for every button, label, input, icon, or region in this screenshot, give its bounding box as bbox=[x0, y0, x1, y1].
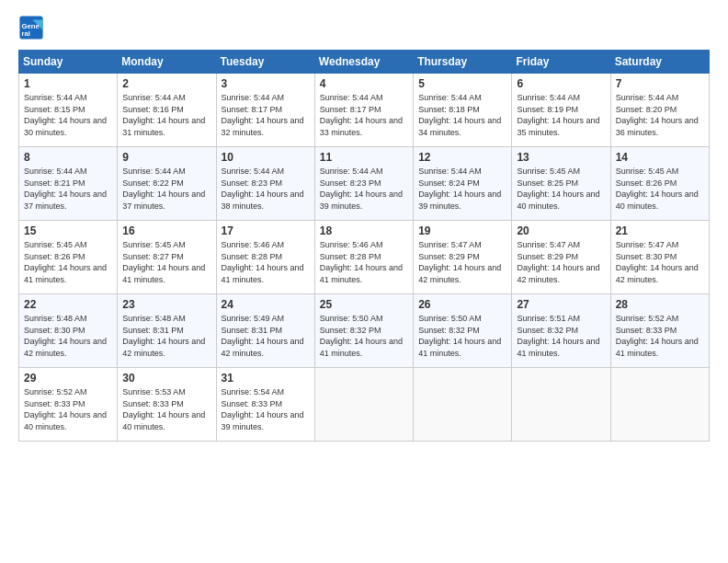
day-number: 15 bbox=[24, 224, 112, 237]
calendar-cell: 23 Sunrise: 5:48 AMSunset: 8:31 PMDaylig… bbox=[118, 294, 216, 368]
weekday-header-thursday: Thursday bbox=[414, 51, 512, 74]
day-number: 6 bbox=[517, 77, 605, 90]
day-info: Sunrise: 5:45 AMSunset: 8:26 PMDaylight:… bbox=[616, 167, 699, 211]
day-info: Sunrise: 5:45 AMSunset: 8:25 PMDaylight:… bbox=[517, 167, 599, 211]
calendar-cell: 8 Sunrise: 5:44 AMSunset: 8:21 PMDayligh… bbox=[19, 147, 118, 221]
calendar-cell: 17 Sunrise: 5:46 AMSunset: 8:28 PMDaylig… bbox=[216, 221, 314, 294]
calendar-cell: 24 Sunrise: 5:49 AMSunset: 8:31 PMDaylig… bbox=[216, 294, 314, 368]
day-number: 25 bbox=[320, 298, 408, 311]
day-info: Sunrise: 5:44 AMSunset: 8:17 PMDaylight:… bbox=[320, 93, 403, 137]
day-number: 17 bbox=[222, 224, 310, 237]
day-number: 28 bbox=[616, 298, 704, 311]
weekday-header-wednesday: Wednesday bbox=[314, 51, 413, 74]
logo: Gene ral bbox=[18, 15, 48, 40]
day-info: Sunrise: 5:44 AMSunset: 8:24 PMDaylight:… bbox=[418, 167, 501, 211]
day-number: 11 bbox=[320, 151, 408, 164]
weekday-header-tuesday: Tuesday bbox=[216, 51, 314, 74]
calendar-week-row-2: 8 Sunrise: 5:44 AMSunset: 8:21 PMDayligh… bbox=[19, 147, 710, 221]
day-info: Sunrise: 5:45 AMSunset: 8:27 PMDaylight:… bbox=[122, 240, 205, 284]
day-info: Sunrise: 5:47 AMSunset: 8:29 PMDaylight:… bbox=[517, 240, 599, 284]
day-number: 7 bbox=[616, 77, 704, 90]
calendar-cell: 21 Sunrise: 5:47 AMSunset: 8:30 PMDaylig… bbox=[610, 221, 709, 294]
weekday-header-friday: Friday bbox=[512, 51, 610, 74]
day-info: Sunrise: 5:44 AMSunset: 8:21 PMDaylight:… bbox=[24, 167, 107, 211]
calendar-cell: 18 Sunrise: 5:46 AMSunset: 8:28 PMDaylig… bbox=[314, 221, 413, 294]
calendar-cell: 2 Sunrise: 5:44 AMSunset: 8:16 PMDayligh… bbox=[118, 74, 216, 147]
day-info: Sunrise: 5:44 AMSunset: 8:15 PMDaylight:… bbox=[24, 93, 107, 137]
day-info: Sunrise: 5:48 AMSunset: 8:31 PMDaylight:… bbox=[122, 314, 205, 358]
day-number: 14 bbox=[616, 151, 704, 164]
calendar-cell: 13 Sunrise: 5:45 AMSunset: 8:25 PMDaylig… bbox=[512, 147, 610, 221]
calendar-cell: 20 Sunrise: 5:47 AMSunset: 8:29 PMDaylig… bbox=[512, 221, 610, 294]
day-number: 19 bbox=[418, 224, 506, 237]
day-info: Sunrise: 5:44 AMSunset: 8:17 PMDaylight:… bbox=[222, 93, 304, 137]
calendar-cell: 14 Sunrise: 5:45 AMSunset: 8:26 PMDaylig… bbox=[610, 147, 709, 221]
weekday-header-sunday: Sunday bbox=[19, 51, 118, 74]
header: Gene ral bbox=[18, 15, 710, 40]
day-info: Sunrise: 5:50 AMSunset: 8:32 PMDaylight:… bbox=[320, 314, 403, 358]
calendar-cell: 3 Sunrise: 5:44 AMSunset: 8:17 PMDayligh… bbox=[216, 74, 314, 147]
day-number: 5 bbox=[418, 77, 506, 90]
day-info: Sunrise: 5:45 AMSunset: 8:26 PMDaylight:… bbox=[24, 240, 107, 284]
day-info: Sunrise: 5:52 AMSunset: 8:33 PMDaylight:… bbox=[616, 314, 699, 358]
day-info: Sunrise: 5:49 AMSunset: 8:31 PMDaylight:… bbox=[222, 314, 304, 358]
day-info: Sunrise: 5:44 AMSunset: 8:18 PMDaylight:… bbox=[418, 93, 501, 137]
day-info: Sunrise: 5:54 AMSunset: 8:33 PMDaylight:… bbox=[222, 387, 304, 431]
day-number: 24 bbox=[222, 298, 310, 311]
day-number: 8 bbox=[24, 151, 112, 164]
calendar-cell: 5 Sunrise: 5:44 AMSunset: 8:18 PMDayligh… bbox=[414, 74, 512, 147]
calendar-cell bbox=[512, 368, 610, 442]
calendar-cell: 16 Sunrise: 5:45 AMSunset: 8:27 PMDaylig… bbox=[118, 221, 216, 294]
day-number: 29 bbox=[24, 372, 112, 385]
calendar-cell: 11 Sunrise: 5:44 AMSunset: 8:23 PMDaylig… bbox=[314, 147, 413, 221]
calendar-cell: 6 Sunrise: 5:44 AMSunset: 8:19 PMDayligh… bbox=[512, 74, 610, 147]
calendar-cell: 28 Sunrise: 5:52 AMSunset: 8:33 PMDaylig… bbox=[610, 294, 709, 368]
calendar-cell: 10 Sunrise: 5:44 AMSunset: 8:23 PMDaylig… bbox=[216, 147, 314, 221]
day-number: 16 bbox=[122, 224, 210, 237]
day-number: 1 bbox=[24, 77, 112, 90]
calendar-cell: 15 Sunrise: 5:45 AMSunset: 8:26 PMDaylig… bbox=[19, 221, 118, 294]
logo-icon: Gene ral bbox=[18, 15, 44, 40]
day-number: 4 bbox=[320, 77, 408, 90]
day-info: Sunrise: 5:48 AMSunset: 8:30 PMDaylight:… bbox=[24, 314, 107, 358]
weekday-header-saturday: Saturday bbox=[610, 51, 709, 74]
day-number: 18 bbox=[320, 224, 408, 237]
calendar-cell: 22 Sunrise: 5:48 AMSunset: 8:30 PMDaylig… bbox=[19, 294, 118, 368]
day-number: 13 bbox=[517, 151, 605, 164]
calendar-header-row: SundayMondayTuesdayWednesdayThursdayFrid… bbox=[19, 51, 710, 74]
day-number: 21 bbox=[616, 224, 704, 237]
calendar-cell: 1 Sunrise: 5:44 AMSunset: 8:15 PMDayligh… bbox=[19, 74, 118, 147]
day-number: 30 bbox=[122, 372, 210, 385]
day-number: 10 bbox=[222, 151, 310, 164]
day-number: 3 bbox=[222, 77, 310, 90]
day-info: Sunrise: 5:44 AMSunset: 8:23 PMDaylight:… bbox=[320, 167, 403, 211]
calendar-week-row-4: 22 Sunrise: 5:48 AMSunset: 8:30 PMDaylig… bbox=[19, 294, 710, 368]
calendar-cell bbox=[314, 368, 413, 442]
day-number: 20 bbox=[517, 224, 605, 237]
day-info: Sunrise: 5:44 AMSunset: 8:19 PMDaylight:… bbox=[517, 93, 599, 137]
day-info: Sunrise: 5:44 AMSunset: 8:20 PMDaylight:… bbox=[616, 93, 699, 137]
svg-text:ral: ral bbox=[22, 29, 30, 38]
day-info: Sunrise: 5:53 AMSunset: 8:33 PMDaylight:… bbox=[122, 387, 205, 431]
calendar-cell: 25 Sunrise: 5:50 AMSunset: 8:32 PMDaylig… bbox=[314, 294, 413, 368]
day-info: Sunrise: 5:47 AMSunset: 8:29 PMDaylight:… bbox=[418, 240, 501, 284]
weekday-header-monday: Monday bbox=[118, 51, 216, 74]
day-number: 2 bbox=[122, 77, 210, 90]
calendar-week-row-5: 29 Sunrise: 5:52 AMSunset: 8:33 PMDaylig… bbox=[19, 368, 710, 442]
calendar-cell: 26 Sunrise: 5:50 AMSunset: 8:32 PMDaylig… bbox=[414, 294, 512, 368]
day-number: 12 bbox=[418, 151, 506, 164]
day-number: 9 bbox=[122, 151, 210, 164]
calendar-week-row-1: 1 Sunrise: 5:44 AMSunset: 8:15 PMDayligh… bbox=[19, 74, 710, 147]
day-info: Sunrise: 5:52 AMSunset: 8:33 PMDaylight:… bbox=[24, 387, 107, 431]
day-info: Sunrise: 5:46 AMSunset: 8:28 PMDaylight:… bbox=[320, 240, 403, 284]
calendar-cell: 9 Sunrise: 5:44 AMSunset: 8:22 PMDayligh… bbox=[118, 147, 216, 221]
calendar-cell: 30 Sunrise: 5:53 AMSunset: 8:33 PMDaylig… bbox=[118, 368, 216, 442]
day-number: 27 bbox=[517, 298, 605, 311]
calendar-cell: 7 Sunrise: 5:44 AMSunset: 8:20 PMDayligh… bbox=[610, 74, 709, 147]
calendar-table: SundayMondayTuesdayWednesdayThursdayFrid… bbox=[18, 50, 710, 442]
page: Gene ral SundayMondayTuesdayWednesdayThu… bbox=[0, 0, 728, 451]
day-info: Sunrise: 5:46 AMSunset: 8:28 PMDaylight:… bbox=[222, 240, 304, 284]
calendar-cell: 12 Sunrise: 5:44 AMSunset: 8:24 PMDaylig… bbox=[414, 147, 512, 221]
calendar-cell bbox=[414, 368, 512, 442]
day-number: 26 bbox=[418, 298, 506, 311]
